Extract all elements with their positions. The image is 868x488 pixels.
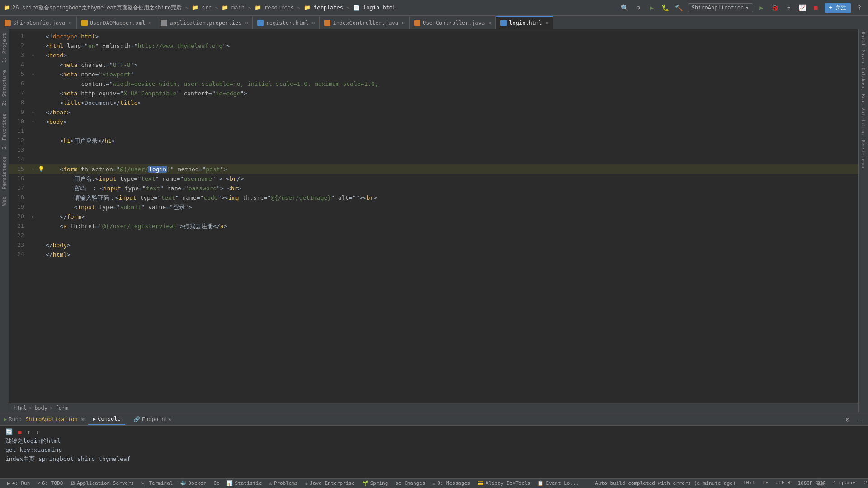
java-icon-status: ☕ <box>305 480 308 486</box>
right-panel-maven[interactable]: Maven <box>861 50 866 63</box>
sidebar-structure[interactable]: Z: Structure <box>0 66 8 109</box>
right-panel-bean-validation[interactable]: Bean Validation <box>861 94 866 135</box>
status-position[interactable]: 10:1 <box>740 480 759 486</box>
run-button[interactable]: ▶ <box>757 3 767 13</box>
code-line-1: 1 <!doctype html> <box>9 32 858 41</box>
code-line-24: 24 </html> <box>9 250 858 259</box>
right-panel-persistence[interactable]: Persistence <box>861 140 866 169</box>
endpoints-icon: 🔗 <box>133 416 140 422</box>
code-line-9: 9 ▾ </head> <box>9 108 858 117</box>
left-sidebar: 1: Project Z: Structure 2: Favorites Per… <box>0 29 9 413</box>
status-indent[interactable]: 4 spaces <box>829 480 860 486</box>
tab-register[interactable]: register.html ✕ <box>253 16 320 29</box>
status-changes[interactable]: se Changes <box>392 479 429 488</box>
status-run[interactable]: ▶ 4: Run <box>4 479 33 488</box>
debug-icon[interactable]: 🐛 <box>660 3 670 13</box>
tab-close-icon[interactable]: ✕ <box>149 20 151 25</box>
tab-label: login.html <box>509 20 542 26</box>
code-line-4: 4 <meta charset="UTF-8"> <box>9 60 858 70</box>
status-bar: ▶ 4: Run ✓ 6: TODO 🖥 Application Servers… <box>0 478 868 488</box>
tab-close-icon[interactable]: ✕ <box>402 20 405 25</box>
tab-userdaomapper[interactable]: UserDAOMapper.xml ✕ <box>77 16 157 29</box>
tab-login-html[interactable]: login.html ✕ <box>496 16 553 29</box>
tab-application-props[interactable]: application.properties ✕ <box>156 16 253 29</box>
stop-button[interactable]: ■ <box>811 3 821 13</box>
tab-label: IndexController.java <box>333 20 398 26</box>
settings-gear-icon[interactable]: ⚙ <box>843 414 853 424</box>
status-docker[interactable]: 🐳 Docker <box>176 479 210 488</box>
tab-shiroconfig[interactable]: ShiroConfig.java ✕ <box>0 16 77 29</box>
code-line-20: 20 ▸ </form> <box>9 212 858 221</box>
breadcrumb-form[interactable]: form <box>55 405 68 411</box>
docker-icon: 🐳 <box>180 480 186 486</box>
run-config-selector[interactable]: ShiroApplication ▾ <box>688 3 753 12</box>
sidebar-favorites[interactable]: 2: Favorites <box>0 110 8 153</box>
minimize-icon[interactable]: — <box>854 414 864 424</box>
run-label: ▶ Run: <box>4 416 22 422</box>
run-app-name[interactable]: ShiroApplication <box>25 416 78 422</box>
scroll-up-icon[interactable]: ↑ <box>27 428 30 435</box>
code-line-6: 6 content="width=device-width, user-scal… <box>9 79 858 89</box>
sidebar-project[interactable]: 1: Project <box>0 29 8 66</box>
stop-icon[interactable]: ■ <box>18 428 22 435</box>
status-encoding[interactable]: UTF-8 <box>772 480 794 486</box>
breadcrumb-body[interactable]: body <box>34 405 47 411</box>
status-6c[interactable]: 6c <box>210 479 223 488</box>
run-icon[interactable]: ▶ <box>647 3 657 13</box>
tab-close-icon[interactable]: ✕ <box>245 20 248 25</box>
right-panel-database[interactable]: Database <box>861 68 866 89</box>
statistic-icon: 📊 <box>226 480 233 486</box>
follow-button[interactable]: + 关注 <box>825 3 851 13</box>
tab-close-icon[interactable]: ✕ <box>488 20 491 25</box>
tab-close-icon[interactable]: ✕ <box>546 20 548 25</box>
console-line-1: 🔄 ■ ↑ ↓ <box>5 427 863 436</box>
debug-button[interactable]: 🐞 <box>770 3 780 13</box>
tab-usercontroller[interactable]: UserController.java ✕ <box>410 16 496 29</box>
status-todo[interactable]: ✓ 6: TODO <box>33 479 66 488</box>
settings-icon[interactable]: ⚙ <box>633 3 643 13</box>
right-panel-build[interactable]: Build <box>861 32 866 45</box>
status-zoom[interactable]: 2.0x <box>860 480 868 486</box>
sidebar-persistence[interactable]: Persistence <box>0 153 8 193</box>
scroll-down-icon[interactable]: ↓ <box>36 428 39 435</box>
restart-icon: 🔄 <box>5 428 13 435</box>
code-line-21: 21 <a th:href="@{/user/registerview}">点我… <box>9 221 858 231</box>
breadcrumb: 📁 26.shiro整合springboot之thymeleaf页面整合使用之s… <box>4 4 619 12</box>
code-editor[interactable]: 1 <!doctype html> 2 <html lang="en" xmln… <box>9 29 858 403</box>
console-input-line[interactable] <box>5 464 863 473</box>
console-line-log-2: get key:xiaoming <box>5 446 863 455</box>
console-line-log-1: 跳转之login的html <box>5 436 863 446</box>
tab-close-icon[interactable]: ✕ <box>69 20 72 25</box>
sidebar-web[interactable]: Web <box>0 193 8 209</box>
status-spring[interactable]: 🌱 Spring <box>359 479 392 488</box>
tab-close-icon[interactable]: ✕ <box>312 20 315 25</box>
status-java-enterprise[interactable]: ☕ Java Enterprise <box>302 479 359 488</box>
status-alipay[interactable]: 💳 Alipay DevTools <box>474 479 534 488</box>
build-icon[interactable]: 🔨 <box>674 3 684 13</box>
breadcrumb-html[interactable]: html <box>14 405 27 411</box>
code-line-17: 17 密码 : <input type="text" name="passwor… <box>9 183 858 193</box>
status-resolution[interactable]: 1080P 流畅 <box>794 480 829 487</box>
status-messages[interactable]: ✉ 0: Messages <box>429 479 474 488</box>
status-terminal[interactable]: >_ Terminal <box>137 479 176 488</box>
search-icon[interactable]: 🔍 <box>620 3 630 13</box>
console-input[interactable] <box>5 465 863 471</box>
server-icon: 🖥 <box>70 480 75 486</box>
editor-region: 1: Project Z: Structure 2: Favorites Per… <box>0 29 868 413</box>
html-icon <box>500 20 507 26</box>
tab-indexcontroller[interactable]: IndexController.java ✕ <box>320 16 410 29</box>
status-app-servers[interactable]: 🖥 Application Servers <box>66 479 137 488</box>
console-tab[interactable]: ▶ Console <box>88 414 125 425</box>
endpoints-tab[interactable]: 🔗 Endpoints <box>129 414 176 425</box>
status-lf[interactable]: LF <box>759 480 772 486</box>
profiler-button[interactable]: 📈 <box>797 3 807 13</box>
console-content: 🔄 ■ ↑ ↓ 跳转之login的html get key:xiaoming i… <box>0 426 868 478</box>
spring-icon: 🌱 <box>362 480 368 486</box>
coverage-button[interactable]: ☂ <box>784 3 794 13</box>
status-event-log[interactable]: 📋 Event Lo... <box>534 479 582 488</box>
status-statistic[interactable]: 📊 Statistic <box>223 479 265 488</box>
help-icon[interactable]: ? <box>854 3 864 13</box>
alipay-icon: 💳 <box>477 480 484 486</box>
close-run-icon[interactable]: ✕ <box>81 416 85 422</box>
status-problems[interactable]: ⚠ Problems <box>265 479 302 488</box>
